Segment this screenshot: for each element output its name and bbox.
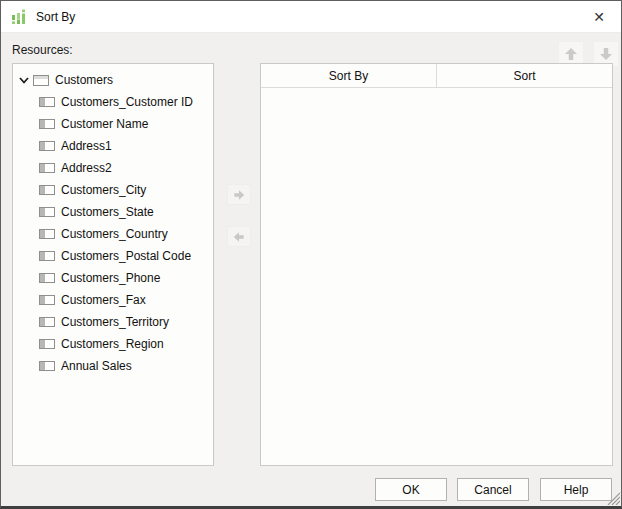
table-icon <box>33 75 49 86</box>
field-icon <box>39 251 55 261</box>
tree-item[interactable]: Customers_Fax <box>13 289 213 311</box>
cancel-button[interactable]: Cancel <box>457 478 529 501</box>
arrow-right-icon <box>231 188 247 202</box>
close-button[interactable]: ✕ <box>585 5 613 29</box>
tree-item-label: Customers <box>55 73 113 87</box>
field-icon <box>39 317 55 327</box>
tree-item-label: Customers_State <box>61 205 154 219</box>
tree-item[interactable]: Customers_Postal Code <box>13 245 213 267</box>
sort-table-body[interactable] <box>261 88 612 465</box>
field-icon <box>39 185 55 195</box>
tree-item[interactable]: Address1 <box>13 135 213 157</box>
column-header-sort: Sort <box>437 64 612 87</box>
field-icon <box>39 119 55 129</box>
tree-item-label: Customers_Customer ID <box>61 95 193 109</box>
tree-item[interactable]: Customers_State <box>13 201 213 223</box>
sort-table: Sort By Sort <box>260 63 613 466</box>
tree-item[interactable]: Address2 <box>13 157 213 179</box>
column-header-sort-by: Sort By <box>261 64 437 87</box>
field-icon <box>39 339 55 349</box>
resources-label: Resources: <box>12 43 73 57</box>
chevron-down-icon[interactable] <box>18 74 30 86</box>
tree-item-label: Customers_Region <box>61 337 164 351</box>
tree-item[interactable]: Customers_Phone <box>13 267 213 289</box>
page-title: Sort By <box>36 10 75 24</box>
title-bar: Sort By ✕ <box>1 1 621 33</box>
tree-item-label: Address1 <box>61 139 112 153</box>
field-icon <box>39 141 55 151</box>
dialog-body: Resources: Customers Customers_Customer … <box>1 33 621 506</box>
tree-item-label: Customers_City <box>61 183 146 197</box>
tree-item-label: Annual Sales <box>61 359 132 373</box>
tree-item[interactable]: Customers_Customer ID <box>13 91 213 113</box>
tree-item-label: Customers_Postal Code <box>61 249 191 263</box>
tree-item[interactable]: Customers_Territory <box>13 311 213 333</box>
tree-item[interactable]: Customers_Region <box>13 333 213 355</box>
field-icon <box>39 361 55 371</box>
tree-item-label: Customers_Fax <box>61 293 146 307</box>
arrow-up-icon <box>562 45 580 63</box>
field-icon <box>39 163 55 173</box>
sort-table-header: Sort By Sort <box>261 64 612 88</box>
arrow-left-icon <box>231 230 247 244</box>
tree-item[interactable]: Customer Name <box>13 113 213 135</box>
remove-sort-button[interactable] <box>227 226 251 247</box>
tree-item-customers[interactable]: Customers <box>13 69 213 91</box>
sort-by-dialog: Sort By ✕ Resources: Customers <box>0 0 622 509</box>
tree-item[interactable]: Customers_City <box>13 179 213 201</box>
field-icon <box>39 207 55 217</box>
field-icon <box>39 273 55 283</box>
tree-item-label: Customer Name <box>61 117 148 131</box>
tree-item-label: Customers_Territory <box>61 315 169 329</box>
arrow-down-icon <box>597 45 615 63</box>
tree-item-label: Customers_Country <box>61 227 168 241</box>
sort-icon <box>11 9 27 25</box>
add-sort-button[interactable] <box>227 184 251 205</box>
resize-grip[interactable] <box>607 492 620 505</box>
tree-item-label: Address2 <box>61 161 112 175</box>
resources-tree[interactable]: Customers Customers_Customer ID Customer… <box>12 63 214 466</box>
tree-item[interactable]: Annual Sales <box>13 355 213 377</box>
field-icon <box>39 295 55 305</box>
help-button[interactable]: Help <box>540 478 612 501</box>
field-icon <box>39 229 55 239</box>
tree-item[interactable]: Customers_Country <box>13 223 213 245</box>
tree-item-label: Customers_Phone <box>61 271 160 285</box>
ok-button[interactable]: OK <box>375 478 447 501</box>
field-icon <box>39 97 55 107</box>
